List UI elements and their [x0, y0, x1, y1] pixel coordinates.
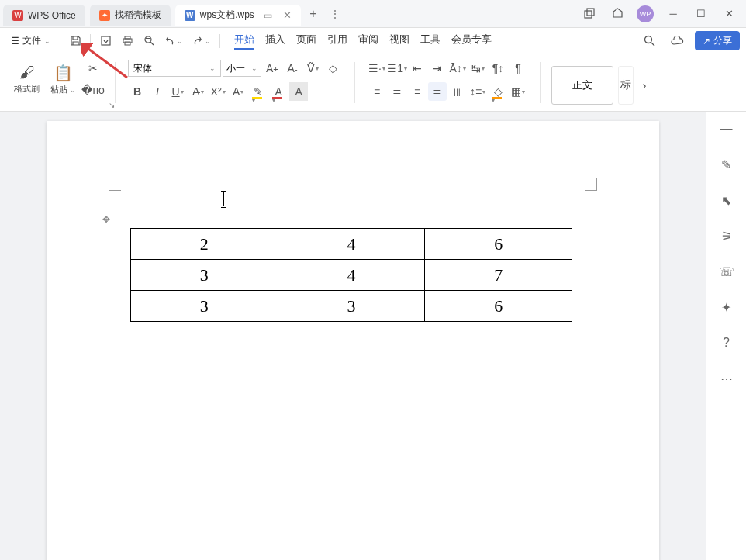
- chevron-down-icon: ⌄: [44, 37, 50, 45]
- change-case-button[interactable]: Ṽ: [303, 59, 322, 78]
- tab-page[interactable]: 页面: [296, 33, 316, 50]
- multiwindow-icon[interactable]: [575, 2, 603, 26]
- tab-wps-home[interactable]: W WPS Office: [3, 5, 85, 26]
- export-button[interactable]: [95, 31, 116, 51]
- phone-icon[interactable]: ☏: [717, 262, 736, 281]
- shading-button[interactable]: A: [289, 82, 308, 101]
- tab-view[interactable]: 视图: [389, 33, 409, 50]
- ribbon: 🖌 格式刷 📋 粘贴 ⌄ ✂ �по ↘ 宋体⌄ 小一⌄ A+ A- Ṽ ◇: [0, 54, 746, 112]
- more-icon[interactable]: ⋯: [717, 369, 736, 388]
- avatar[interactable]: WP: [631, 2, 659, 26]
- share-button[interactable]: ↗ 分享: [695, 31, 740, 50]
- close-window-button[interactable]: ✕: [715, 2, 743, 26]
- copy-button[interactable]: �по: [84, 81, 102, 99]
- font-size-select[interactable]: 小一⌄: [223, 60, 261, 77]
- text-effects-button[interactable]: A: [229, 82, 247, 101]
- italic-button[interactable]: I: [148, 82, 167, 101]
- table-cell[interactable]: 2: [131, 229, 278, 260]
- search-button[interactable]: [639, 31, 659, 51]
- table-cell[interactable]: 3: [131, 291, 278, 322]
- tools-icon[interactable]: ✦: [717, 298, 736, 316]
- bullets-button[interactable]: ☰·: [368, 59, 386, 78]
- numbering-button[interactable]: ☰1: [388, 59, 406, 78]
- style-next[interactable]: 标: [618, 66, 634, 105]
- clear-format-button[interactable]: ◇: [323, 59, 342, 78]
- tab-reference[interactable]: 引用: [327, 33, 347, 50]
- minimize-button[interactable]: ─: [659, 2, 687, 26]
- cloud-button[interactable]: [667, 31, 687, 51]
- paragraph-mark-button[interactable]: ¶: [509, 59, 527, 78]
- select-icon[interactable]: ⬉: [717, 191, 736, 209]
- increase-indent-button[interactable]: ⇥: [428, 59, 447, 78]
- table-row[interactable]: 3 4 7: [131, 260, 572, 291]
- align-left-button[interactable]: ≡: [368, 82, 386, 101]
- font-group: 宋体⌄ 小一⌄ A+ A- Ṽ ◇ B I U A̶ X² A ✎ A A: [123, 57, 347, 108]
- document-table[interactable]: 2 4 6 3 4 7 3 3 6: [130, 228, 572, 322]
- redo-button[interactable]: ⌄: [188, 31, 215, 51]
- tab-insert[interactable]: 插入: [265, 33, 285, 50]
- table-cell[interactable]: 3: [278, 291, 425, 322]
- align-distribute-button[interactable]: ↹: [468, 59, 487, 78]
- table-cell[interactable]: 4: [278, 260, 425, 291]
- pencil-icon[interactable]: ✎: [717, 155, 736, 174]
- tab-templates[interactable]: ✦ 找稻壳模板: [90, 5, 171, 26]
- table-move-handle[interactable]: ✥: [102, 214, 110, 225]
- tab-tools[interactable]: 工具: [420, 33, 440, 50]
- align-right-button[interactable]: ≡: [408, 82, 427, 101]
- hamburger-icon: ☰: [11, 36, 19, 47]
- print-preview-button[interactable]: [139, 31, 159, 51]
- document-scroll[interactable]: ⌃ ✥ 2 4 6 3 4 7 3 3 6: [0, 112, 706, 560]
- table-cell[interactable]: 4: [278, 229, 425, 260]
- tab-start[interactable]: 开始: [234, 33, 254, 50]
- print-button[interactable]: [117, 31, 137, 51]
- tab-review[interactable]: 审阅: [358, 33, 378, 50]
- decrease-font-button[interactable]: A-: [283, 59, 302, 78]
- maximize-button[interactable]: ☐: [687, 2, 715, 26]
- minus-icon[interactable]: —: [717, 119, 736, 138]
- font-color-button[interactable]: A: [269, 82, 288, 101]
- font-family-select[interactable]: 宋体⌄: [128, 60, 221, 77]
- tab-member[interactable]: 会员专享: [451, 33, 492, 50]
- borders-button[interactable]: ▦: [509, 82, 527, 101]
- cut-button[interactable]: ✂: [84, 59, 102, 78]
- highlight-button[interactable]: ✎: [249, 82, 268, 101]
- apps-icon[interactable]: [603, 2, 631, 26]
- strikethrough-button[interactable]: A̶: [188, 82, 207, 101]
- text-direction-button[interactable]: Ā↕: [448, 59, 467, 78]
- styles-more-button[interactable]: ›: [638, 66, 651, 105]
- file-menu[interactable]: ☰ 文件 ⌄: [6, 31, 55, 50]
- add-tab-button[interactable]: +: [302, 7, 324, 21]
- table-row[interactable]: 3 3 6: [131, 291, 572, 322]
- superscript-button[interactable]: X²: [209, 82, 227, 101]
- line-spacing-button[interactable]: ↕≡: [468, 82, 487, 101]
- format-painter-button[interactable]: 🖌 格式刷: [11, 62, 43, 96]
- align-center-button[interactable]: ≣: [388, 82, 406, 101]
- table-cell[interactable]: 7: [425, 260, 572, 291]
- table-cell[interactable]: 6: [425, 229, 572, 260]
- style-normal[interactable]: 正文: [551, 66, 613, 105]
- group-launcher-icon[interactable]: ↘: [109, 101, 115, 109]
- close-tab-icon[interactable]: ✕: [283, 9, 292, 21]
- separator: [60, 34, 60, 48]
- settings-flow-icon[interactable]: ⚞: [717, 226, 736, 245]
- svg-rect-2: [102, 36, 110, 45]
- window-mode-icon[interactable]: ▭: [264, 10, 272, 21]
- decrease-indent-button[interactable]: ⇤: [408, 59, 427, 78]
- save-button[interactable]: [65, 31, 85, 51]
- bold-button[interactable]: B: [128, 82, 147, 101]
- increase-font-button[interactable]: A+: [263, 59, 281, 78]
- sort-button[interactable]: ¶↕: [489, 59, 507, 78]
- shading-color-button[interactable]: ◇: [489, 82, 507, 101]
- table-cell[interactable]: 3: [131, 260, 278, 291]
- document-page[interactable]: ✥ 2 4 6 3 4 7 3 3 6: [47, 121, 659, 560]
- table-cell[interactable]: 6: [425, 291, 572, 322]
- paste-button[interactable]: 📋 粘贴 ⌄: [47, 62, 79, 97]
- table-row[interactable]: 2 4 6: [131, 229, 572, 260]
- underline-button[interactable]: U: [168, 82, 187, 101]
- help-icon[interactable]: ?: [717, 334, 736, 352]
- undo-button[interactable]: ⌄: [161, 31, 187, 51]
- align-justify-button[interactable]: ≣: [428, 82, 447, 101]
- tab-document[interactable]: W wps文档.wps ▭ ✕: [175, 5, 301, 26]
- tab-list-button[interactable]: ⋮: [324, 9, 346, 19]
- distributed-button[interactable]: ⫼: [448, 82, 467, 101]
